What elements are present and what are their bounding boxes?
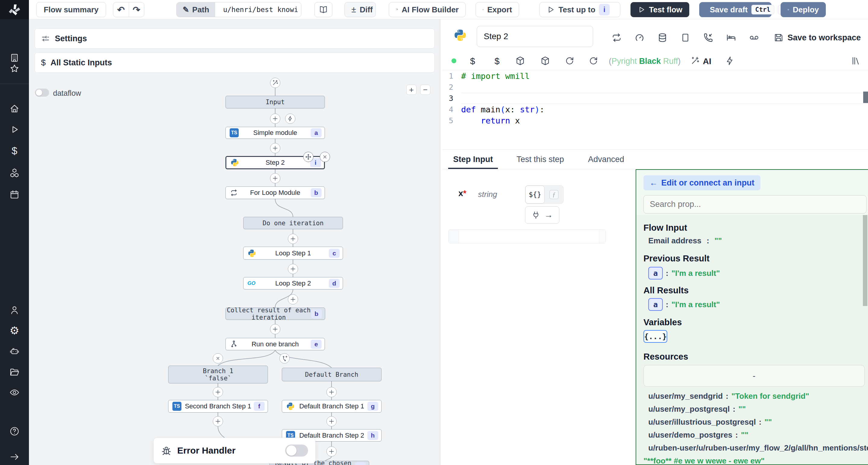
collapse-arrow-right-icon[interactable] bbox=[9, 452, 20, 462]
code-line[interactable]: 5 return x bbox=[442, 115, 868, 126]
edit-or-connect-back-button[interactable]: ← Edit or connect an input bbox=[644, 175, 761, 190]
flow-node-second-branch-step1[interactable]: TS Second Branch Step 1 f bbox=[168, 400, 268, 412]
sidebar-item-users-icon[interactable] bbox=[9, 305, 20, 315]
docs-book-button[interactable] bbox=[314, 2, 333, 17]
flow-node-default-branch[interactable]: Default Branch bbox=[282, 368, 381, 381]
tab-step-input[interactable]: Step Input bbox=[448, 150, 498, 169]
fn-toggle-button[interactable]: ƒ bbox=[545, 186, 563, 204]
add-step-button[interactable] bbox=[327, 387, 337, 397]
flow-node-run-one-branch[interactable]: Run one branch e bbox=[225, 338, 325, 350]
resource-row[interactable]: "**foo** #e we w wewe - ewe ew" bbox=[644, 456, 765, 465]
add-step-button[interactable] bbox=[327, 416, 337, 427]
search-prop-input[interactable] bbox=[644, 195, 867, 213]
code-line[interactable]: 1# import wmill bbox=[442, 70, 868, 81]
add-step-button[interactable] bbox=[270, 143, 280, 153]
resource-row[interactable]: u/user/my_sendgrid:"Token for sendgrid" bbox=[648, 392, 809, 401]
sidebar-item-resources-icon[interactable] bbox=[9, 168, 20, 178]
package-icon-2[interactable] bbox=[540, 56, 550, 66]
zoom-in-button[interactable]: + bbox=[406, 85, 416, 95]
expr-toggle-button[interactable]: ${} bbox=[525, 186, 545, 204]
add-step-button[interactable] bbox=[213, 387, 223, 397]
flow-node-do-one-iteration[interactable]: Do one iteration bbox=[243, 217, 343, 229]
save-icon[interactable] bbox=[773, 33, 784, 43]
ai-wand-circle-button[interactable] bbox=[270, 78, 280, 88]
add-step-button[interactable] bbox=[288, 264, 298, 274]
prop-row-variables[interactable]: {...} bbox=[644, 330, 667, 343]
connect-panel-scrollbar[interactable] bbox=[863, 215, 867, 306]
resource-filter-box[interactable]: - bbox=[644, 365, 865, 387]
connect-input-button[interactable]: → bbox=[525, 206, 559, 224]
sidebar-item-folders-icon[interactable] bbox=[9, 367, 20, 377]
all-static-inputs-bar[interactable]: $ All Static Inputs bbox=[35, 53, 435, 73]
path-input[interactable] bbox=[219, 2, 301, 17]
flow-node-collect-result[interactable]: Collect result of each iteration b bbox=[225, 307, 325, 320]
sidebar-item-home-icon[interactable] bbox=[9, 103, 20, 113]
cache-database-icon[interactable] bbox=[657, 33, 668, 43]
workspace-building-icon[interactable] bbox=[9, 53, 20, 63]
lifetime-voicemail-icon[interactable] bbox=[749, 33, 759, 43]
tab-advanced[interactable]: Advanced bbox=[587, 150, 626, 169]
static-inputs-dollar-icon[interactable]: $ bbox=[468, 56, 477, 66]
prop-row-previous-result[interactable]: a : "I'm a result" bbox=[648, 267, 720, 279]
move-node-handle[interactable] bbox=[303, 152, 313, 162]
deploy-button[interactable]: Deploy bbox=[781, 2, 826, 17]
retries-icon[interactable] bbox=[612, 33, 622, 43]
export-button[interactable]: Export bbox=[475, 2, 519, 17]
mock-square-icon[interactable] bbox=[680, 33, 690, 43]
save-draft-button[interactable]: Save draft Ctrl S bbox=[699, 2, 772, 17]
resource-row[interactable]: u/user/illustrious_postgresql:"" bbox=[648, 418, 772, 427]
editor-scrollbar[interactable] bbox=[863, 92, 868, 103]
zoom-out-button[interactable]: − bbox=[420, 85, 430, 95]
error-handler-toggle[interactable] bbox=[285, 444, 308, 457]
reload-icon[interactable] bbox=[565, 56, 575, 66]
library-icon[interactable] bbox=[851, 56, 861, 66]
ai-label[interactable]: AI bbox=[703, 57, 711, 66]
trigger-lightning-button[interactable] bbox=[285, 113, 296, 124]
field-value-input[interactable] bbox=[448, 230, 606, 243]
prop-row-all-results[interactable]: a : "I'm a result" bbox=[648, 298, 720, 311]
path-label[interactable]: ✎ Path bbox=[177, 2, 215, 17]
sleep-bed-icon[interactable] bbox=[726, 33, 736, 43]
dataflow-toggle[interactable] bbox=[35, 89, 49, 97]
add-branch-button[interactable] bbox=[279, 353, 290, 364]
lightning-icon[interactable] bbox=[725, 56, 735, 66]
add-step-button[interactable] bbox=[213, 416, 223, 427]
ai-flow-builder-button[interactable]: AI Flow Builder bbox=[389, 2, 466, 17]
result-chip[interactable]: a bbox=[648, 267, 663, 279]
early-stop-gauge-icon[interactable] bbox=[634, 33, 645, 43]
flow-node-branch1[interactable]: Branch 1 `false` bbox=[168, 366, 268, 384]
reload-icon-2[interactable] bbox=[589, 56, 598, 66]
help-icon[interactable] bbox=[9, 426, 20, 436]
flow-node-default-branch-step1[interactable]: Default Branch Step 1 g bbox=[282, 400, 381, 412]
package-icon[interactable] bbox=[516, 56, 525, 66]
sidebar-item-workers-robot-icon[interactable] bbox=[9, 346, 20, 356]
add-step-button[interactable] bbox=[288, 294, 298, 304]
remove-branch-button[interactable] bbox=[213, 353, 223, 364]
static-inputs-dollar-icon-2[interactable]: $ bbox=[492, 56, 502, 66]
add-step-button[interactable] bbox=[270, 324, 280, 334]
flow-node-loop-step1[interactable]: Loop Step 1 c bbox=[243, 247, 343, 260]
sidebar-item-runs-icon[interactable] bbox=[9, 124, 20, 135]
tab-test-this-step[interactable]: Test this step bbox=[513, 150, 568, 169]
flow-node-simple-module[interactable]: TS Simple module a bbox=[225, 127, 325, 139]
flow-node-loop-step2[interactable]: GO Loop Step 2 d bbox=[243, 277, 343, 290]
result-chip[interactable]: a bbox=[648, 298, 663, 311]
add-step-button[interactable] bbox=[270, 113, 280, 124]
sidebar-item-settings-gear-icon[interactable]: ⚙ bbox=[9, 326, 20, 336]
code-editor[interactable]: 1# import wmill234def main(x: str):5 ret… bbox=[442, 70, 868, 150]
ai-wand-icon[interactable] bbox=[690, 56, 700, 66]
sidebar-item-schedules-icon[interactable] bbox=[9, 190, 20, 200]
settings-bar[interactable]: Settings bbox=[35, 29, 435, 48]
save-to-workspace-label[interactable]: Save to workspace bbox=[787, 33, 861, 42]
code-line[interactable]: 2 bbox=[442, 81, 868, 93]
step-name-input[interactable] bbox=[477, 26, 593, 47]
code-line[interactable]: 4def main(x: str): bbox=[442, 104, 868, 115]
add-step-button[interactable] bbox=[288, 234, 298, 244]
favorites-star-icon[interactable] bbox=[9, 64, 20, 74]
flow-summary-button[interactable]: Flow summary bbox=[36, 2, 106, 17]
resource-row[interactable]: u/ruben-user/u/ruben-user/my_flow_2/g/al… bbox=[648, 443, 868, 453]
prop-row-email[interactable]: Email address : "" bbox=[648, 236, 722, 245]
flow-canvas[interactable]: Settings $ All Static Inputs dataflow + … bbox=[29, 19, 439, 465]
windmill-logo-icon[interactable] bbox=[0, 0, 29, 19]
sidebar-item-variables-icon[interactable]: $ bbox=[9, 145, 20, 156]
